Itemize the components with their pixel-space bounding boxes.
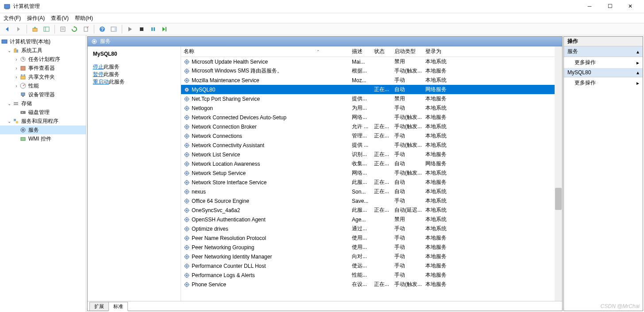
tree-wmi[interactable]: WMI 控件	[0, 134, 86, 143]
actions-pane: 操作 服务▴ 更多操作▸ MySQL80▴ 更多操作▸	[563, 36, 643, 311]
service-list[interactable]: 名称⌃ 描述 状态 启动类型 登录为 Microsoft Update Heal…	[181, 46, 562, 301]
navigation-tree[interactable]: 计算机管理(本地) ⌄系统工具 ›任务计划程序 ›事件查看器 ›共享文件夹 ›性…	[0, 35, 86, 312]
stop-link[interactable]: 停止	[93, 64, 104, 70]
properties-button[interactable]	[58, 24, 68, 34]
gear-icon	[184, 189, 190, 195]
tree-scheduler[interactable]: ›任务计划程序	[0, 55, 86, 64]
service-row[interactable]: Network Setup Service网络...手动(触发...本地系统	[181, 168, 562, 178]
gear-icon	[184, 124, 190, 130]
svg-rect-29	[22, 95, 24, 97]
svg-rect-22	[21, 66, 25, 70]
svg-point-168	[186, 256, 188, 257]
gear-icon	[184, 87, 190, 93]
gear-icon	[184, 161, 190, 167]
service-row[interactable]: Performance Counter DLL Host使远...手动本地服务	[181, 261, 562, 270]
tab-standard[interactable]: 标准	[108, 302, 128, 311]
tree-devmgr[interactable]: 设备管理器	[0, 90, 86, 99]
scrollbar[interactable]	[555, 46, 562, 301]
maximize-button[interactable]: ☐	[600, 0, 620, 13]
tree-root[interactable]: 计算机管理(本地)	[0, 37, 86, 46]
svg-point-120	[186, 182, 188, 183]
service-row[interactable]: Phone Service在设...正在...手动(触发...本地服务	[181, 280, 562, 289]
tree-diskmgmt[interactable]: 磁盘管理	[0, 108, 86, 117]
service-row[interactable]: Network Connected Devices Auto-Setup网络..…	[181, 113, 562, 122]
menu-action[interactable]: 操作(A)	[27, 15, 45, 22]
column-startup[interactable]: 启动类型	[392, 46, 423, 57]
service-row[interactable]: OneSyncSvc_4a6a2此服...正在...自动(延迟...本地系统	[181, 205, 562, 215]
actions-more-1[interactable]: 更多操作▸	[564, 57, 643, 68]
refresh-button[interactable]	[69, 24, 80, 34]
svg-point-25	[23, 74, 25, 76]
column-description[interactable]: 描述	[349, 46, 371, 57]
gear-icon	[184, 254, 190, 260]
service-row[interactable]: Peer Networking Grouping使用...手动本地服务	[181, 243, 562, 252]
stop-button[interactable]	[136, 24, 147, 34]
svg-rect-15	[154, 27, 155, 31]
svg-rect-18	[16, 49, 18, 53]
column-logon[interactable]: 登录为	[423, 46, 463, 57]
gear-icon	[184, 59, 190, 65]
service-row[interactable]: Network List Service识别...正在...手动本地服务	[181, 150, 562, 159]
tree-sharedfolders[interactable]: ›共享文件夹	[0, 72, 86, 81]
restart-link[interactable]: 重启动	[93, 79, 109, 85]
service-row[interactable]: Network Location Awareness收集...正在...自动网络…	[181, 159, 562, 168]
minimize-button[interactable]: ─	[579, 0, 600, 13]
service-row[interactable]: Mozilla Maintenance ServiceMoz...手动本地系统	[181, 76, 562, 85]
actions-section-selected[interactable]: MySQL80▴	[564, 68, 643, 77]
tab-extended[interactable]: 扩展	[89, 302, 109, 311]
gear-icon	[184, 244, 190, 251]
forward-button[interactable]	[13, 24, 24, 34]
export-button[interactable]	[81, 24, 91, 34]
close-button[interactable]: ✕	[620, 0, 640, 13]
service-row[interactable]: Performance Logs & Alerts性能...手动本地服务	[181, 270, 562, 280]
service-row[interactable]: Network Connections管理...正在...手动本地系统	[181, 131, 562, 141]
menu-help[interactable]: 帮助(H)	[75, 15, 93, 22]
service-row[interactable]: Office 64 Source EngineSave...手动本地系统	[181, 196, 562, 205]
service-row[interactable]: OpenSSH Authentication AgentAge...禁用本地系统	[181, 215, 562, 224]
list-header[interactable]: 名称⌃ 描述 状态 启动类型 登录为	[181, 46, 562, 57]
tree-systools[interactable]: ⌄系统工具	[0, 46, 86, 55]
service-row[interactable]: Peer Networking Identity Manager向对...手动本…	[181, 252, 562, 261]
service-row[interactable]: Network Connectivity Assistant提供 ...手动(触…	[181, 141, 562, 150]
service-row[interactable]: Network Connection Broker允许 ...正在...手动(触…	[181, 122, 562, 131]
column-name[interactable]: 名称⌃	[181, 46, 349, 57]
tree-storage[interactable]: ⌄存储	[0, 99, 86, 108]
play-button[interactable]	[125, 24, 135, 34]
pause-link[interactable]: 暂停	[93, 71, 104, 77]
chevron-right-icon: ▸	[636, 80, 639, 86]
restart-button[interactable]	[159, 24, 170, 34]
tree-services[interactable]: 服务	[0, 126, 86, 134]
center-header: 服务	[88, 37, 562, 46]
svg-point-162	[186, 247, 188, 248]
service-row[interactable]: Peer Name Resolution Protocol使用...手动本地服务	[181, 233, 562, 243]
service-row[interactable]: Netlogon为用...手动本地系统	[181, 103, 562, 113]
svg-point-37	[22, 129, 24, 131]
tree-performance[interactable]: ›性能	[0, 81, 86, 90]
service-row[interactable]: MySQL80正在...自动网络服务	[181, 85, 562, 94]
svg-rect-0	[4, 4, 10, 8]
service-row[interactable]: Optimize drives通过...手动本地系统	[181, 224, 562, 233]
scroll-thumb[interactable]	[555, 188, 562, 210]
actions-section-services[interactable]: 服务▴	[564, 46, 643, 57]
svg-point-156	[186, 237, 188, 239]
service-row[interactable]: Network Store Interface Service此服...正在..…	[181, 178, 562, 187]
service-row[interactable]: nexusSon...正在...自动本地系统	[181, 187, 562, 196]
gear-icon	[184, 77, 190, 84]
back-button[interactable]	[2, 24, 12, 34]
help-button[interactable]: ?	[97, 24, 108, 34]
menu-file[interactable]: 文件(F)	[4, 15, 21, 22]
up-button[interactable]	[30, 24, 40, 34]
tree-services-apps[interactable]: ⌄服务和应用程序	[0, 117, 86, 126]
actions-more-2[interactable]: 更多操作▸	[564, 77, 643, 88]
show-hide-button[interactable]	[41, 24, 52, 34]
action-pane-button[interactable]	[108, 24, 119, 34]
column-status[interactable]: 状态	[371, 46, 392, 57]
gear-icon	[184, 207, 190, 213]
pause-button[interactable]	[148, 24, 158, 34]
service-row[interactable]: Microsoft Update Health ServiceMai...禁用本…	[181, 57, 562, 66]
service-row[interactable]: Microsoft Windows SMS 路由器服务。根据...手动(触发..…	[181, 66, 562, 76]
svg-rect-1	[5, 8, 9, 9]
tree-eventviewer[interactable]: ›事件查看器	[0, 64, 86, 72]
menu-view[interactable]: 查看(V)	[51, 15, 69, 22]
service-row[interactable]: Net.Tcp Port Sharing Service提供...禁用本地服务	[181, 94, 562, 103]
